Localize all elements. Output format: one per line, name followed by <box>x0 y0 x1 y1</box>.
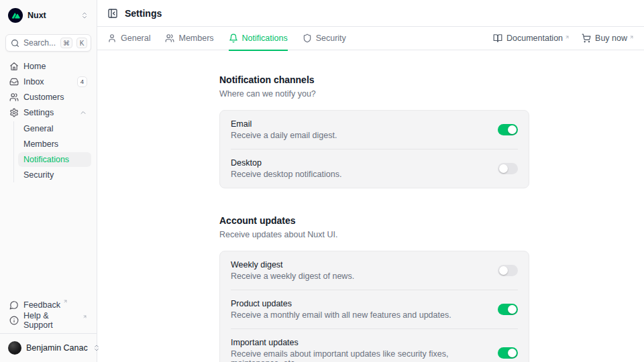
sidebar-item-label: Inbox <box>23 77 72 86</box>
settings-card: Weekly digest Receive a weekly digest of… <box>219 251 529 362</box>
inbox-count-badge: 4 <box>77 76 87 86</box>
users-icon <box>9 93 19 102</box>
nuxt-logo-icon <box>8 8 23 23</box>
section-title: Account updates <box>219 215 529 226</box>
sidebar-item-security[interactable]: Security <box>18 168 91 182</box>
home-icon <box>9 62 19 71</box>
tab-notifications[interactable]: Notifications <box>229 27 288 50</box>
sidebar-item-label: Feedback <box>23 300 60 310</box>
setting-row-weekly-digest: Weekly digest Receive a weekly digest of… <box>231 251 518 290</box>
account-updates-section: Account updates Receive updates about Nu… <box>219 215 529 362</box>
setting-description: Receive a weekly digest of news. <box>231 272 354 281</box>
setting-label: Product updates <box>231 299 451 308</box>
sidebar-item-settings[interactable]: Settings <box>5 105 91 120</box>
search-placeholder: Search... <box>23 38 56 48</box>
setting-label: Desktop <box>231 158 341 168</box>
info-circle-icon <box>9 316 19 325</box>
settings-subnav: General Members Notifications Security <box>13 121 91 182</box>
tab-label: Members <box>178 34 213 43</box>
setting-description: Receive emails about important updates l… <box>231 349 487 362</box>
settings-card: Email Receive a daily email digest. Desk… <box>219 110 529 188</box>
important-updates-toggle[interactable] <box>498 347 518 359</box>
user-menu-button[interactable]: Benjamin Canac <box>5 339 91 357</box>
sidebar-item-label: Home <box>23 62 87 71</box>
main-panel: Settings General Members Notifications <box>97 0 644 362</box>
tab-members[interactable]: Members <box>165 27 213 50</box>
tab-label: Security <box>316 34 346 43</box>
header-links: Documentation Buy now <box>493 34 634 43</box>
subnav-label: General <box>23 124 53 133</box>
sidebar-item-feedback[interactable]: Feedback <box>5 298 91 312</box>
subnav-label: Security <box>23 170 54 180</box>
section-description: Receive updates about Nuxt UI. <box>219 230 529 239</box>
kbd-k: K <box>76 38 87 48</box>
sidebar-item-label: Customers <box>23 93 87 102</box>
email-toggle[interactable] <box>498 124 518 135</box>
shield-icon <box>303 34 312 43</box>
external-link-icon <box>565 35 570 40</box>
book-open-icon <box>493 34 502 43</box>
chevron-up-icon <box>79 109 87 117</box>
search-input[interactable]: Search... ⌘ K <box>5 34 91 52</box>
section-description: Where can we notify you? <box>219 89 529 99</box>
sidebar-item-general[interactable]: General <box>18 121 91 136</box>
link-label: Buy now <box>595 34 627 43</box>
notification-channels-section: Notification channels Where can we notif… <box>219 74 529 188</box>
sidebar-nav: Home Inbox 4 Customers <box>5 59 91 182</box>
setting-row-email: Email Receive a daily email digest. <box>231 111 518 149</box>
product-updates-toggle[interactable] <box>498 304 518 315</box>
sidebar-item-help-support[interactable]: Help & Support <box>5 313 91 328</box>
kbd-meta: ⌘ <box>60 38 72 48</box>
search-icon <box>11 39 19 48</box>
setting-row-product-updates: Product updates Receive a monthly email … <box>231 290 518 328</box>
page-title: Settings <box>125 8 162 19</box>
buy-now-link[interactable]: Buy now <box>582 34 634 43</box>
sidebar: Nuxt Search... ⌘ K Home <box>0 0 97 362</box>
sidebar-item-label: Help & Support <box>23 311 80 330</box>
settings-content: Notification channels Where can we notif… <box>97 50 644 362</box>
desktop-toggle[interactable] <box>498 163 518 174</box>
documentation-link[interactable]: Documentation <box>493 34 570 43</box>
sidebar-item-label: Settings <box>23 108 74 117</box>
subnav-label: Notifications <box>23 155 69 164</box>
chevron-up-down-icon <box>80 11 89 19</box>
team-switcher[interactable]: Nuxt <box>5 5 91 25</box>
message-circle-icon <box>9 300 19 310</box>
external-link-icon <box>629 35 634 40</box>
tab-security[interactable]: Security <box>303 27 346 50</box>
tab-general[interactable]: General <box>107 27 150 50</box>
gear-icon <box>9 108 19 117</box>
external-link-icon <box>63 299 68 304</box>
weekly-digest-toggle[interactable] <box>498 265 518 276</box>
sidebar-item-customers[interactable]: Customers <box>5 90 91 105</box>
setting-label: Email <box>231 119 337 129</box>
sidebar-item-members[interactable]: Members <box>18 137 91 152</box>
inbox-icon <box>9 77 19 86</box>
setting-row-important-updates: Important updates Receive emails about i… <box>231 328 518 362</box>
users-icon <box>165 34 174 43</box>
sidebar-item-notifications[interactable]: Notifications <box>18 152 91 167</box>
shopping-cart-icon <box>582 34 591 43</box>
setting-label: Weekly digest <box>231 260 354 269</box>
sidebar-footer-nav: Feedback Help & Support <box>5 298 91 328</box>
sidebar-item-home[interactable]: Home <box>5 59 91 74</box>
user-name: Benjamin Canac <box>26 343 88 353</box>
tab-label: General <box>121 34 150 43</box>
panel-left-close-icon[interactable] <box>107 8 118 19</box>
team-name: Nuxt <box>28 11 76 20</box>
setting-description: Receive a monthly email with all new fea… <box>231 310 451 320</box>
user-icon <box>107 34 117 43</box>
tab-label: Notifications <box>242 34 288 43</box>
setting-label: Important updates <box>231 338 487 347</box>
external-link-icon <box>83 314 87 319</box>
setting-description: Receive a daily email digest. <box>231 131 337 140</box>
section-title: Notification channels <box>219 74 529 85</box>
subnav-label: Members <box>23 139 58 149</box>
sidebar-item-inbox[interactable]: Inbox 4 <box>5 74 91 89</box>
bell-icon <box>229 34 238 43</box>
setting-description: Receive desktop notifications. <box>231 170 341 179</box>
app-window: Nuxt Search... ⌘ K Home <box>0 0 644 362</box>
setting-row-desktop: Desktop Receive desktop notifications. <box>231 149 518 188</box>
user-avatar <box>8 341 21 355</box>
page-header: Settings <box>97 0 644 27</box>
